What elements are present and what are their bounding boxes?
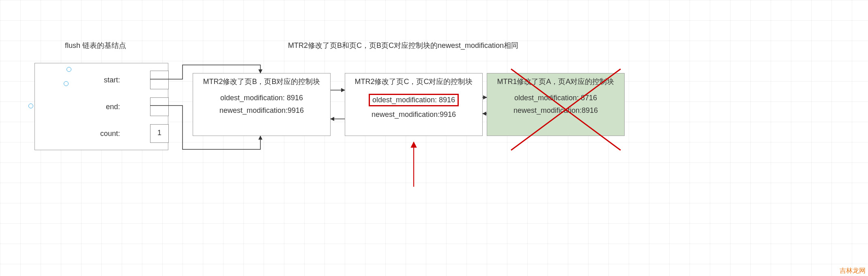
- end-label: end:: [88, 103, 120, 111]
- block-a-newest: newest_modification:8916: [487, 106, 624, 115]
- block-c: MTR2修改了页C，页C对应的控制块 oldest_modification: …: [345, 73, 483, 136]
- base-node-box: start: end: count: 1: [34, 63, 168, 150]
- count-value-box: 1: [150, 124, 169, 143]
- block-b-newest: newest_modification:9916: [193, 106, 330, 115]
- block-a: MTR1修改了页A，页A对应的控制块 oldest_modification: …: [487, 73, 625, 136]
- row-count: count: 1: [88, 124, 169, 143]
- block-c-title: MTR2修改了页C，页C对应的控制块: [345, 77, 482, 86]
- caption-top: MTR2修改了页B和页C，页B页C对应控制块的newest_modificati…: [288, 41, 518, 50]
- block-c-newest: newest_modification:9916: [345, 110, 482, 119]
- watermark: 吉林龙网: [840, 267, 866, 275]
- block-a-title: MTR1修改了页A，页A对应的控制块: [487, 77, 624, 86]
- block-c-oldest-highlight: oldest_modification: 8916: [369, 94, 459, 106]
- end-pointer-box: [150, 97, 169, 116]
- block-a-oldest: oldest_modification: 8716: [487, 94, 624, 102]
- start-pointer-box: [150, 71, 169, 89]
- row-start: start:: [88, 71, 169, 89]
- anchor-top-2: [64, 81, 69, 86]
- anchor-top-1: [67, 67, 71, 72]
- block-b: MTR2修改了页B，页B对应的控制块 oldest_modification: …: [193, 73, 331, 136]
- row-end: end:: [88, 97, 169, 116]
- anchor-left: [28, 104, 33, 108]
- caption-left: flush 链表的基结点: [65, 41, 126, 50]
- block-b-title: MTR2修改了页B，页B对应的控制块: [193, 77, 330, 86]
- block-b-oldest: oldest_modification: 8916: [193, 94, 330, 102]
- start-label: start:: [88, 76, 120, 84]
- count-label: count:: [88, 129, 120, 138]
